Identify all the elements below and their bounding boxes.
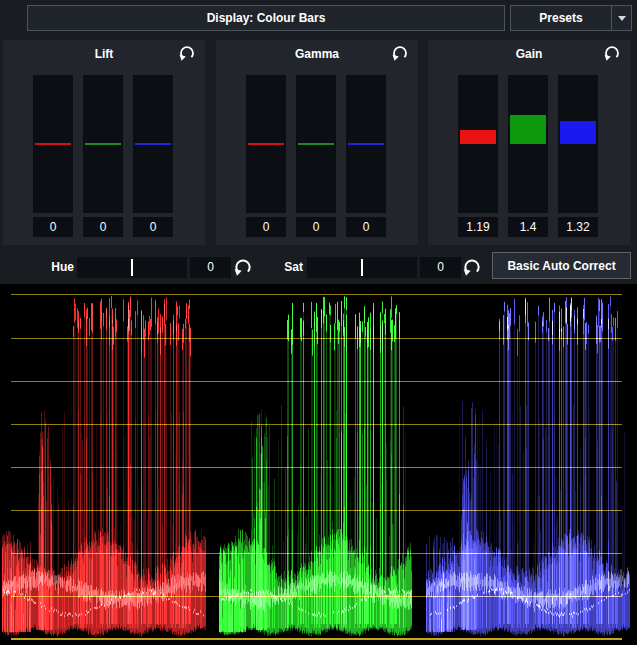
rotate-ccw-arrow-icon [178, 44, 196, 62]
gain-green-value: 1.4 [508, 217, 548, 237]
colour-corrector-panel: Display: Colour Bars Presets Lift000Gamm… [0, 0, 637, 645]
lift-green-slider-handle[interactable] [85, 143, 121, 145]
gamma-green-value: 0 [296, 217, 336, 237]
sat-value: 0 [420, 257, 461, 278]
sat-slider-handle[interactable] [361, 259, 363, 276]
rotate-ccw-arrow-icon [233, 257, 253, 277]
gamma-blue-slider[interactable] [346, 75, 386, 213]
rgb-parade-waveform [0, 284, 637, 645]
gamma-panel: Gamma000 [216, 40, 418, 245]
gain-red-value: 1.19 [458, 217, 498, 237]
hue-slider[interactable] [77, 257, 187, 278]
lift-blue-value: 0 [133, 217, 173, 237]
gamma-reset-button[interactable] [391, 44, 409, 62]
gain-blue-value: 1.32 [558, 217, 598, 237]
lift-panel: Lift000 [3, 40, 205, 245]
gain-green-slider[interactable] [508, 75, 548, 213]
gamma-title: Gamma [216, 47, 418, 61]
sat-slider[interactable] [307, 257, 417, 278]
gain-green-slider-handle[interactable] [510, 115, 546, 144]
gamma-blue-slider-handle[interactable] [348, 143, 384, 145]
gain-title: Gain [428, 47, 630, 61]
gain-blue-slider[interactable] [558, 75, 598, 213]
lift-red-slider-handle[interactable] [35, 143, 71, 145]
lift-blue-slider-handle[interactable] [135, 143, 171, 145]
gain-reset-button[interactable] [603, 44, 621, 62]
rotate-ccw-arrow-icon [603, 44, 621, 62]
gain-panel: Gain1.191.41.32 [428, 40, 630, 245]
lift-reset-button[interactable] [178, 44, 196, 62]
presets-button[interactable]: Presets [510, 5, 632, 31]
hue-label: Hue [40, 257, 74, 278]
lift-red-slider[interactable] [33, 75, 73, 213]
lift-green-value: 0 [83, 217, 123, 237]
gamma-green-slider-handle[interactable] [298, 143, 334, 145]
waveform-monitor [0, 284, 637, 645]
presets-dropdown-button[interactable] [612, 16, 631, 21]
hue-value: 0 [190, 257, 231, 278]
gamma-blue-value: 0 [346, 217, 386, 237]
gamma-red-slider-handle[interactable] [248, 143, 284, 145]
gain-red-slider-handle[interactable] [460, 130, 496, 144]
gamma-green-slider[interactable] [296, 75, 336, 213]
rotate-ccw-arrow-icon [462, 257, 482, 277]
lift-red-value: 0 [33, 217, 73, 237]
display-mode-button[interactable]: Display: Colour Bars [27, 5, 505, 31]
lift-green-slider[interactable] [83, 75, 123, 213]
lift-title: Lift [3, 47, 205, 61]
basic-auto-correct-button[interactable]: Basic Auto Correct [492, 252, 631, 279]
rotate-ccw-arrow-icon [391, 44, 409, 62]
gamma-red-slider[interactable] [246, 75, 286, 213]
hue-reset-button[interactable] [233, 257, 253, 277]
gain-blue-slider-handle[interactable] [560, 121, 596, 144]
gamma-red-value: 0 [246, 217, 286, 237]
sat-label: Sat [269, 257, 303, 278]
chevron-down-icon [618, 16, 626, 21]
hue-slider-handle[interactable] [131, 259, 133, 276]
sat-reset-button[interactable] [462, 257, 482, 277]
presets-label: Presets [511, 11, 611, 25]
lift-blue-slider[interactable] [133, 75, 173, 213]
gain-red-slider[interactable] [458, 75, 498, 213]
